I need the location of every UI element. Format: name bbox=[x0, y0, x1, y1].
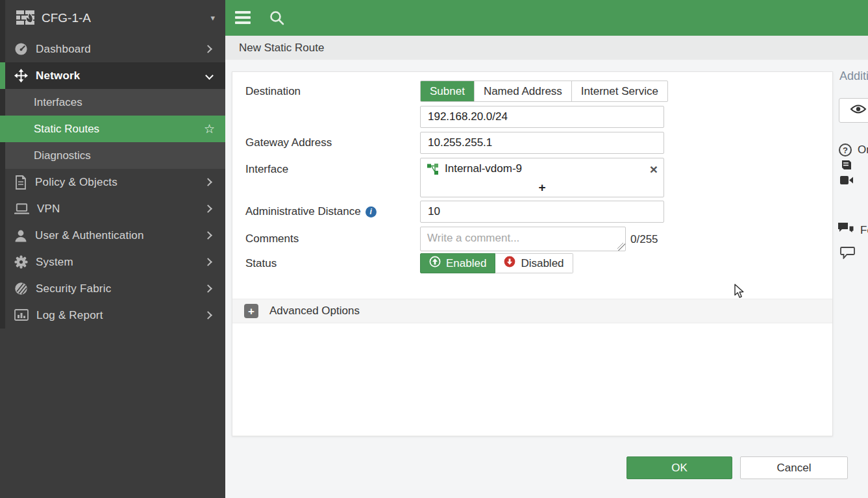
interface-entry: Internal-vdom-9 × bbox=[421, 158, 663, 179]
menu-icon[interactable] bbox=[235, 11, 251, 24]
destination-type-tabs: Subnet Named Address Internet Service bbox=[420, 81, 668, 102]
feedback-link[interactable]: Feedback bbox=[837, 222, 868, 238]
sidebar-item-static-routes[interactable]: Static Routes ☆ bbox=[0, 116, 225, 142]
sidebar-item-vpn[interactable]: VPN bbox=[0, 195, 225, 222]
sidebar-item-system[interactable]: System bbox=[0, 249, 225, 275]
help-panel-title: Additional Information bbox=[839, 69, 868, 83]
status-enabled-button[interactable]: Enabled bbox=[420, 253, 495, 273]
speech-bubble-icon bbox=[840, 246, 855, 262]
chevron-right-icon bbox=[204, 258, 212, 266]
sidebar-item-dashboard[interactable]: Dashboard bbox=[0, 36, 225, 62]
vdom-name: CFG-1-A bbox=[42, 11, 91, 25]
status-label: Status bbox=[245, 253, 277, 273]
documentation-link[interactable] bbox=[839, 160, 852, 174]
document-icon bbox=[14, 175, 27, 190]
chevron-right-icon bbox=[204, 284, 212, 293]
video-camera-icon bbox=[839, 175, 854, 188]
video-tutorials-link[interactable] bbox=[839, 175, 854, 188]
close-icon[interactable]: × bbox=[650, 162, 658, 176]
cancel-button[interactable]: Cancel bbox=[740, 456, 848, 479]
interface-label: Interface bbox=[245, 159, 288, 179]
info-icon[interactable]: i bbox=[366, 206, 377, 218]
interface-select[interactable]: Internal-vdom-9 × + bbox=[420, 158, 664, 197]
sidebar-item-policy-objects[interactable]: Policy & Objects bbox=[0, 169, 225, 195]
arrow-up-circle-icon bbox=[429, 256, 441, 271]
arrow-down-circle-icon bbox=[504, 256, 515, 271]
chevron-right-icon bbox=[204, 45, 212, 53]
chevron-right-icon bbox=[204, 231, 212, 240]
chevron-right-icon bbox=[204, 178, 212, 186]
tab-internet-service[interactable]: Internet Service bbox=[571, 81, 667, 101]
comment-bubble-link[interactable] bbox=[840, 246, 855, 262]
interface-name: Internal-vdom-9 bbox=[445, 162, 522, 175]
admin-distance-label: Administrative Distance i bbox=[245, 201, 377, 223]
gauge-icon bbox=[14, 42, 28, 56]
page-title-bar: New Static Route bbox=[225, 36, 868, 60]
sidebar-item-log-report[interactable]: Log & Report bbox=[0, 302, 225, 329]
fabric-icon bbox=[14, 282, 28, 295]
sidebar-item-network[interactable]: Network bbox=[0, 62, 225, 89]
advanced-options-label: Advanced Options bbox=[269, 305, 360, 317]
laptop-icon bbox=[14, 203, 29, 215]
page-title: New Static Route bbox=[239, 42, 324, 54]
static-route-form: Destination Subnet Named Address Interne… bbox=[232, 71, 833, 436]
eye-icon bbox=[850, 104, 867, 117]
vdom-switcher[interactable]: CFG-1-A ▾ bbox=[0, 0, 225, 36]
comments-char-counter: 0/255 bbox=[630, 233, 658, 246]
add-interface-button[interactable]: + bbox=[421, 179, 663, 196]
gateway-address-input[interactable] bbox=[420, 132, 664, 154]
sidebar-item-diagnostics[interactable]: Diagnostics bbox=[0, 142, 225, 169]
sidebar-item-interfaces[interactable]: Interfaces bbox=[0, 89, 225, 116]
chevron-down-icon bbox=[205, 71, 214, 80]
online-help-link[interactable]: ? Online Help bbox=[839, 143, 868, 156]
tab-named-address[interactable]: Named Address bbox=[474, 81, 571, 101]
fortigate-logo-icon bbox=[16, 10, 35, 26]
ok-button[interactable]: OK bbox=[626, 456, 732, 479]
plus-icon: + bbox=[538, 181, 545, 194]
chevron-right-icon bbox=[204, 205, 212, 213]
gear-icon bbox=[14, 255, 28, 269]
interface-icon bbox=[427, 163, 439, 175]
admin-distance-input[interactable] bbox=[420, 201, 664, 223]
question-circle-icon: ? bbox=[839, 143, 852, 156]
search-icon[interactable] bbox=[269, 10, 284, 28]
comments-input[interactable] bbox=[420, 227, 626, 251]
destination-subnet-input[interactable] bbox=[420, 106, 664, 128]
destination-label: Destination bbox=[245, 81, 301, 102]
user-icon bbox=[14, 229, 27, 242]
status-toggle: Enabled Disabled bbox=[420, 253, 573, 273]
status-disabled-button[interactable]: Disabled bbox=[495, 253, 573, 273]
sidebar-item-security-fabric[interactable]: Security Fabric bbox=[0, 275, 225, 302]
sidebar-item-user-authentication[interactable]: User & Authentication bbox=[0, 222, 225, 249]
move-icon bbox=[14, 69, 28, 82]
bar-chart-icon bbox=[14, 309, 29, 321]
star-icon[interactable]: ☆ bbox=[204, 121, 215, 136]
plus-square-icon: + bbox=[244, 304, 258, 318]
advanced-options-toggle[interactable]: + Advanced Options bbox=[232, 299, 832, 323]
chevron-right-icon bbox=[204, 311, 212, 319]
api-preview-button[interactable] bbox=[839, 98, 868, 123]
book-icon bbox=[839, 160, 852, 174]
tab-subnet[interactable]: Subnet bbox=[421, 81, 474, 101]
chat-icon bbox=[837, 222, 854, 238]
top-bar bbox=[225, 0, 868, 36]
gateway-label: Gateway Address bbox=[245, 132, 332, 154]
caret-down-icon: ▾ bbox=[210, 13, 215, 23]
comments-label: Comments bbox=[245, 227, 299, 251]
sidebar: CFG-1-A ▾ Dashboard Network Interfaces S bbox=[0, 0, 225, 498]
